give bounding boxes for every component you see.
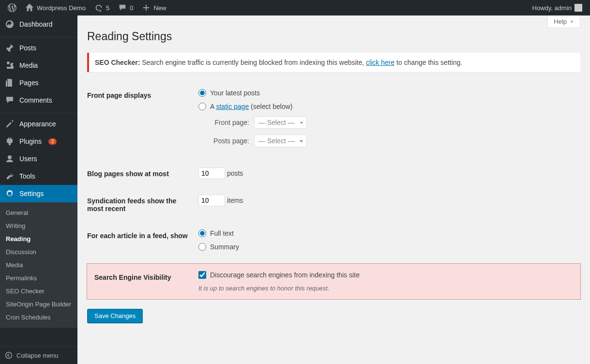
submenu-writing[interactable]: Writing xyxy=(0,219,77,232)
collapse-icon xyxy=(5,351,13,359)
comments-link[interactable]: 0 xyxy=(114,0,137,15)
static-page-link[interactable]: static page xyxy=(216,103,249,110)
comments-icon xyxy=(118,3,127,12)
radio-latest-posts[interactable] xyxy=(198,89,206,97)
front-page-displays-label: Front page displays xyxy=(87,82,194,160)
syndication-label: Syndication feeds show the most recent xyxy=(87,187,194,222)
menu-pages[interactable]: Pages xyxy=(0,74,77,91)
settings-icon xyxy=(5,189,15,198)
plugins-badge: 2 xyxy=(48,138,57,145)
seo-notice: SEO Checker: Search engine traffic is cu… xyxy=(87,53,580,72)
avatar xyxy=(575,4,582,12)
submenu-siteorigin[interactable]: SiteOrigin Page Builder xyxy=(0,298,77,311)
save-button[interactable]: Save Changes xyxy=(87,309,143,323)
posts-page-select[interactable]: — Select — xyxy=(254,135,307,147)
pin-icon xyxy=(5,43,15,53)
updates-link[interactable]: 5 xyxy=(91,0,113,15)
syndication-input[interactable] xyxy=(198,195,225,206)
plus-icon xyxy=(142,3,151,12)
notice-link[interactable]: click here xyxy=(366,59,394,66)
menu-plugins[interactable]: Plugins 2 xyxy=(0,133,77,150)
search-visibility-row: Search Engine Visibility Discourage sear… xyxy=(87,264,580,299)
menu-users[interactable]: Users xyxy=(0,150,77,167)
site-name: Wordpress Demo xyxy=(37,4,86,12)
chevron-down-icon: ▼ xyxy=(570,19,574,24)
page-title: Reading Settings xyxy=(87,20,580,50)
new-label: New xyxy=(153,4,166,12)
tools-icon xyxy=(5,171,15,181)
radio-summary[interactable] xyxy=(198,243,206,251)
wp-logo[interactable] xyxy=(4,0,20,15)
blog-pages-input[interactable] xyxy=(198,167,225,179)
submenu-discussion[interactable]: Discussion xyxy=(0,245,77,258)
search-visibility-label: Search Engine Visibility xyxy=(87,264,194,299)
settings-form: Front page displays Your latest posts A … xyxy=(87,82,580,299)
submenu-seo-checker[interactable]: SEO Checker xyxy=(0,285,77,298)
notice-prefix: SEO Checker: xyxy=(95,59,140,66)
collapse-menu[interactable]: Collapse menu xyxy=(0,346,77,364)
new-content-link[interactable]: New xyxy=(138,0,170,15)
submenu-general[interactable]: General xyxy=(0,206,77,219)
discourage-description: It is up to search engines to honor this… xyxy=(198,285,575,292)
front-page-select-label: Front page: xyxy=(208,119,249,126)
submenu-reading[interactable]: Reading xyxy=(0,232,77,245)
submenu-cron[interactable]: Cron Schedules xyxy=(0,311,77,324)
settings-submenu: General Writing Reading Discussion Media… xyxy=(0,202,77,328)
users-icon xyxy=(5,154,15,164)
menu-media[interactable]: Media xyxy=(0,57,77,74)
wordpress-icon xyxy=(8,3,16,12)
updates-icon xyxy=(94,3,103,12)
dashboard-icon xyxy=(5,19,15,29)
home-icon xyxy=(25,3,34,12)
menu-appearance[interactable]: Appearance xyxy=(0,115,77,133)
menu-posts[interactable]: Posts xyxy=(0,39,77,57)
front-page-select[interactable]: — Select — xyxy=(254,116,307,129)
admin-sidebar: Dashboard Posts Media Pages Comments App… xyxy=(0,15,77,364)
site-name-link[interactable]: Wordpress Demo xyxy=(21,0,90,15)
menu-settings[interactable]: Settings xyxy=(0,185,77,202)
content-area: Help▼ Reading Settings SEO Checker: Sear… xyxy=(77,15,590,364)
menu-tools[interactable]: Tools xyxy=(0,167,77,185)
blog-pages-label: Blog pages show at most xyxy=(87,160,194,187)
howdy-text: Howdy, admin xyxy=(532,4,572,12)
plugin-icon xyxy=(5,136,15,146)
admin-bar: Wordpress Demo 5 0 New Howdy, admin xyxy=(0,0,590,15)
submenu-permalinks[interactable]: Permalinks xyxy=(0,272,77,285)
account-link[interactable]: Howdy, admin xyxy=(529,0,586,15)
menu-comments[interactable]: Comments xyxy=(0,91,77,109)
help-tab[interactable]: Help▼ xyxy=(547,15,580,28)
pages-icon xyxy=(5,78,15,88)
comment-icon xyxy=(5,95,15,105)
radio-full-text[interactable] xyxy=(198,229,206,237)
submenu-media[interactable]: Media xyxy=(0,258,77,272)
media-icon xyxy=(5,61,15,70)
radio-static-page[interactable] xyxy=(198,103,206,110)
feed-article-label: For each article in a feed, show xyxy=(87,222,194,264)
menu-dashboard[interactable]: Dashboard xyxy=(0,15,77,33)
updates-count: 5 xyxy=(106,4,109,12)
svg-point-0 xyxy=(6,352,12,359)
appearance-icon xyxy=(5,119,15,129)
comments-count: 0 xyxy=(130,4,133,12)
posts-page-select-label: Posts page: xyxy=(208,137,249,145)
checkbox-discourage[interactable] xyxy=(198,271,206,279)
